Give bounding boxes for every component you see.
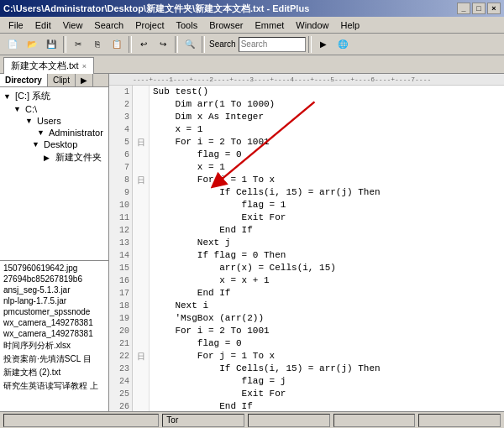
line-num: 1 [109, 86, 132, 98]
menu-project[interactable]: Project [130, 18, 169, 32]
tree-item-drive[interactable]: ▼ [C:] 系统 [2, 89, 107, 103]
folder-expand-icon: ▼ [13, 105, 24, 113]
close-button[interactable]: × [487, 3, 501, 14]
file-item[interactable]: 27694bc85267819b6 [2, 274, 107, 284]
file-item[interactable]: 时间序列分析.xlsx [2, 339, 107, 352]
save-button[interactable]: 💾 [42, 35, 60, 54]
file-item[interactable]: nlp-lang-1.7.5.jar [2, 295, 107, 306]
desktop-expand-icon: ▼ [32, 140, 42, 149]
tab-bar: 新建文本文档.txt × [0, 55, 504, 74]
code-line: If Cells(i, 15) = arr(j) Then [153, 186, 501, 199]
ruler: ----+----1----+----2----+----3----+----4… [109, 74, 504, 86]
line-num: 6 [109, 149, 132, 161]
redo-button[interactable]: ↪ [154, 35, 172, 54]
menu-search[interactable]: Search [89, 18, 129, 32]
code-line: Dim arr(1 To 1000) [153, 98, 501, 111]
tab-file[interactable]: 新建文本文档.txt × [3, 57, 94, 74]
code-line: x = 1 [153, 161, 501, 174]
line-num: 5 [109, 136, 132, 149]
menu-window[interactable]: Window [291, 18, 333, 32]
sidebar-tab-directory[interactable]: Directory [0, 74, 48, 86]
menu-browser[interactable]: Browser [204, 18, 248, 32]
newfolder-label: 新建文件夹 [55, 151, 102, 164]
line-num: 15 [109, 262, 132, 274]
file-item[interactable]: ansj_seg-5.1.3.jar [2, 284, 107, 295]
tree-item-users[interactable]: ▼ Users [2, 115, 107, 127]
line-num: 8 [109, 174, 132, 186]
sidebar-tabs: Directory Clipt ▶ [0, 74, 108, 87]
tree-item-desktop[interactable]: ▼ Desktop [2, 138, 107, 150]
file-item[interactable]: 投资案前·先填清SCL 目 [2, 352, 107, 366]
run-button[interactable]: ▶ [314, 35, 333, 54]
toolbar-separator-3 [175, 36, 178, 53]
line-num: 17 [109, 287, 132, 300]
status-section-3 [248, 414, 330, 427]
code-line: Exit For [153, 211, 501, 224]
code-editor[interactable]: Sub test() Dim arr(1 To 1000) Dim x As I… [150, 86, 504, 411]
line-num: 10 [109, 199, 132, 211]
code-line: Dim x As Integer [153, 111, 501, 123]
open-button[interactable]: 📂 [23, 35, 41, 54]
status-tor-text: Tor [166, 415, 178, 425]
admin-expand-icon: ▼ [37, 128, 47, 137]
new-button[interactable]: 📄 [3, 35, 22, 54]
menu-help[interactable]: Help [335, 18, 365, 32]
line-num: 11 [109, 211, 132, 224]
editor-area[interactable]: ----+----1----+----2----+----3----+----4… [109, 74, 504, 411]
file-item[interactable]: 新建文档 (2).txt [2, 366, 107, 379]
code-line: For i = 2 To 1001 [153, 325, 501, 337]
tree-item-new-folder[interactable]: ▶ 新建文件夹 [2, 150, 107, 164]
minimize-button[interactable]: _ [457, 3, 470, 14]
line-numbers: 1 2 3 4 5 6 7 8 9 10 11 12 13 14 15 16 1 [109, 86, 133, 411]
code-line: Sub test() [153, 86, 501, 98]
title-bar: C:\Users\Administrator\Desktop\新建文件夹\新建文… [0, 0, 504, 17]
sidebar-tab-clipt[interactable]: Clipt [48, 74, 76, 86]
menu-emmet[interactable]: Emmet [250, 18, 290, 32]
search-input[interactable] [239, 37, 306, 52]
line-num: 4 [109, 123, 132, 136]
menu-edit[interactable]: Edit [30, 18, 56, 32]
file-item[interactable]: wx_camera_149278381 [2, 328, 107, 339]
line-num: 25 [109, 388, 132, 400]
code-line: 'MsgBox (arr(2)) [153, 312, 501, 325]
maximize-button[interactable]: □ [472, 3, 486, 14]
tab-close-button[interactable]: × [82, 62, 87, 70]
code-line: flag = j [153, 375, 501, 388]
file-item[interactable]: wx_camera_149278381 [2, 317, 107, 328]
tree-item-administrator[interactable]: ▼ Administrator [2, 127, 107, 138]
line-num: 12 [109, 224, 132, 237]
file-item[interactable]: 1507960619642.jpg [2, 263, 107, 274]
line-num: 3 [109, 111, 132, 123]
file-item[interactable]: 研究生英语读写译教程 上 [2, 379, 107, 393]
drive-expand-icon: ▼ [3, 92, 13, 101]
line-num: 20 [109, 325, 132, 337]
line-num: 13 [109, 237, 132, 249]
code-line: For j = 1 To x [153, 174, 501, 186]
copy-button[interactable]: ⎘ [88, 35, 107, 54]
fold-gutter: 日 日 日 [133, 86, 150, 411]
users-expand-icon: ▼ [25, 117, 35, 125]
status-bar: Tor [0, 411, 504, 428]
code-line: flag = 0 [153, 337, 501, 350]
paste-button[interactable]: 📋 [108, 35, 126, 54]
menu-file[interactable]: File [3, 18, 29, 32]
line-num: 19 [109, 312, 132, 325]
users-label: Users [37, 116, 61, 126]
code-line: End If [153, 400, 501, 411]
browser-button[interactable]: 🌐 [333, 35, 352, 54]
sidebar-tree[interactable]: ▼ [C:] 系统 ▼ C:\ ▼ Users ▼ Administrator … [0, 87, 108, 260]
menu-view[interactable]: View [58, 18, 88, 32]
menu-tools[interactable]: Tools [171, 18, 202, 32]
menu-bar: File Edit View Search Project Tools Brow… [0, 17, 504, 34]
code-line: Exit For [153, 388, 501, 400]
status-section-4 [333, 414, 416, 427]
status-section-5 [418, 414, 501, 427]
desktop-label: Desktop [44, 139, 77, 149]
file-item[interactable]: pmcustomer_spssnode [2, 306, 107, 317]
undo-button[interactable]: ↩ [134, 35, 153, 54]
sidebar-tab-expand[interactable]: ▶ [76, 74, 93, 86]
tree-item-c[interactable]: ▼ C:\ [2, 103, 107, 115]
find-button[interactable]: 🔍 [181, 35, 199, 54]
cut-button[interactable]: ✂ [69, 35, 87, 54]
code-line: For i = 2 To 1001 [153, 136, 501, 149]
